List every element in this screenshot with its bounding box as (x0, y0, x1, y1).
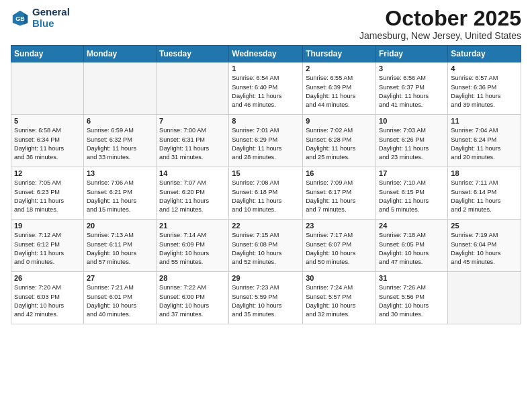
calendar-cell: 20Sunrise: 7:13 AMSunset: 6:11 PMDayligh… (83, 220, 156, 272)
calendar-week-1: 1Sunrise: 6:54 AMSunset: 6:40 PMDaylight… (11, 62, 521, 115)
day-number: 27 (87, 274, 153, 282)
day-number: 13 (87, 169, 153, 177)
day-number: 23 (306, 222, 373, 230)
day-info: Sunrise: 7:04 AMSunset: 6:24 PMDaylight:… (451, 126, 518, 162)
calendar-cell: 25Sunrise: 7:19 AMSunset: 6:04 PMDayligh… (448, 220, 521, 272)
calendar-cell: 14Sunrise: 7:07 AMSunset: 6:20 PMDayligh… (157, 167, 229, 220)
day-number: 20 (87, 222, 153, 230)
calendar-cell (157, 62, 229, 115)
day-info: Sunrise: 7:17 AMSunset: 6:07 PMDaylight:… (306, 231, 373, 267)
logo-text: General Blue (32, 7, 70, 29)
header: GB General Blue October 2025 Jamesburg, … (11, 7, 521, 41)
day-number: 9 (306, 117, 373, 125)
day-number: 15 (232, 169, 300, 177)
weekday-header-tuesday: Tuesday (157, 46, 229, 62)
calendar-cell: 4Sunrise: 6:57 AMSunset: 6:36 PMDaylight… (448, 62, 521, 115)
calendar-cell: 11Sunrise: 7:04 AMSunset: 6:24 PMDayligh… (448, 115, 521, 167)
day-number: 19 (14, 222, 81, 230)
calendar-cell: 10Sunrise: 7:03 AMSunset: 6:26 PMDayligh… (376, 115, 448, 167)
day-number: 21 (159, 222, 226, 230)
weekday-header-sunday: Sunday (11, 46, 84, 62)
day-number: 26 (14, 274, 81, 282)
calendar-cell: 12Sunrise: 7:05 AMSunset: 6:23 PMDayligh… (11, 167, 84, 220)
day-number: 10 (379, 117, 445, 125)
weekday-header-wednesday: Wednesday (229, 46, 303, 62)
calendar-cell: 30Sunrise: 7:24 AMSunset: 5:57 PMDayligh… (303, 272, 376, 324)
month-title: October 2025 (359, 7, 521, 30)
day-number: 29 (232, 274, 300, 282)
calendar-cell: 27Sunrise: 7:21 AMSunset: 6:01 PMDayligh… (83, 272, 156, 324)
day-number: 1 (232, 64, 300, 73)
calendar-cell (11, 62, 84, 115)
day-info: Sunrise: 7:12 AMSunset: 6:12 PMDaylight:… (14, 231, 81, 267)
day-info: Sunrise: 7:10 AMSunset: 6:15 PMDaylight:… (379, 179, 445, 214)
day-info: Sunrise: 6:59 AMSunset: 6:32 PMDaylight:… (87, 126, 153, 162)
calendar-cell: 16Sunrise: 7:09 AMSunset: 6:17 PMDayligh… (303, 167, 376, 220)
title-block: October 2025 Jamesburg, New Jersey, Unit… (359, 7, 521, 41)
day-number: 3 (379, 64, 445, 73)
calendar-week-3: 12Sunrise: 7:05 AMSunset: 6:23 PMDayligh… (11, 167, 521, 220)
day-number: 18 (451, 169, 518, 177)
svg-text:GB: GB (15, 15, 25, 22)
day-number: 2 (306, 64, 373, 73)
day-number: 24 (379, 222, 445, 230)
calendar-header-row: SundayMondayTuesdayWednesdayThursdayFrid… (11, 46, 521, 62)
day-number: 30 (306, 274, 373, 282)
day-info: Sunrise: 7:23 AMSunset: 5:59 PMDaylight:… (232, 283, 300, 319)
day-info: Sunrise: 7:15 AMSunset: 6:08 PMDaylight:… (232, 231, 300, 267)
calendar-cell: 1Sunrise: 6:54 AMSunset: 6:40 PMDaylight… (229, 62, 303, 115)
day-number: 11 (451, 117, 518, 125)
day-info: Sunrise: 7:24 AMSunset: 5:57 PMDaylight:… (306, 283, 373, 319)
calendar-cell: 5Sunrise: 6:58 AMSunset: 6:34 PMDaylight… (11, 115, 84, 167)
day-number: 17 (379, 169, 445, 177)
logo: GB General Blue (11, 7, 70, 29)
day-number: 31 (379, 274, 445, 282)
calendar-cell: 24Sunrise: 7:18 AMSunset: 6:05 PMDayligh… (376, 220, 448, 272)
day-info: Sunrise: 7:26 AMSunset: 5:56 PMDaylight:… (379, 283, 445, 319)
calendar-cell (83, 62, 156, 115)
day-info: Sunrise: 7:02 AMSunset: 6:28 PMDaylight:… (306, 126, 373, 162)
day-number: 4 (451, 64, 518, 73)
calendar-cell: 3Sunrise: 6:56 AMSunset: 6:37 PMDaylight… (376, 62, 448, 115)
calendar-cell: 18Sunrise: 7:11 AMSunset: 6:14 PMDayligh… (448, 167, 521, 220)
day-info: Sunrise: 7:21 AMSunset: 6:01 PMDaylight:… (87, 283, 153, 319)
day-info: Sunrise: 7:05 AMSunset: 6:23 PMDaylight:… (14, 179, 81, 214)
day-info: Sunrise: 7:07 AMSunset: 6:20 PMDaylight:… (159, 179, 226, 214)
day-info: Sunrise: 7:13 AMSunset: 6:11 PMDaylight:… (87, 231, 153, 267)
weekday-header-saturday: Saturday (448, 46, 521, 62)
day-number: 14 (159, 169, 226, 177)
page-container: GB General Blue October 2025 Jamesburg, … (0, 0, 532, 331)
day-info: Sunrise: 7:00 AMSunset: 6:31 PMDaylight:… (159, 126, 226, 162)
calendar-table: SundayMondayTuesdayWednesdayThursdayFrid… (11, 45, 521, 324)
calendar-cell: 21Sunrise: 7:14 AMSunset: 6:09 PMDayligh… (157, 220, 229, 272)
day-info: Sunrise: 7:20 AMSunset: 6:03 PMDaylight:… (14, 283, 81, 319)
day-info: Sunrise: 6:57 AMSunset: 6:36 PMDaylight:… (451, 74, 518, 109)
day-info: Sunrise: 7:22 AMSunset: 6:00 PMDaylight:… (159, 283, 226, 319)
day-number: 28 (159, 274, 226, 282)
day-number: 7 (159, 117, 226, 125)
day-info: Sunrise: 7:11 AMSunset: 6:14 PMDaylight:… (451, 179, 518, 214)
day-number: 16 (306, 169, 373, 177)
day-info: Sunrise: 7:09 AMSunset: 6:17 PMDaylight:… (306, 179, 373, 214)
day-info: Sunrise: 6:58 AMSunset: 6:34 PMDaylight:… (14, 126, 81, 162)
calendar-cell: 13Sunrise: 7:06 AMSunset: 6:21 PMDayligh… (83, 167, 156, 220)
day-number: 8 (232, 117, 300, 125)
day-info: Sunrise: 6:55 AMSunset: 6:39 PMDaylight:… (306, 74, 373, 109)
calendar-cell: 2Sunrise: 6:55 AMSunset: 6:39 PMDaylight… (303, 62, 376, 115)
calendar-cell: 6Sunrise: 6:59 AMSunset: 6:32 PMDaylight… (83, 115, 156, 167)
day-number: 25 (451, 222, 518, 230)
calendar-week-5: 26Sunrise: 7:20 AMSunset: 6:03 PMDayligh… (11, 272, 521, 324)
calendar-cell: 23Sunrise: 7:17 AMSunset: 6:07 PMDayligh… (303, 220, 376, 272)
weekday-header-thursday: Thursday (303, 46, 376, 62)
day-info: Sunrise: 7:19 AMSunset: 6:04 PMDaylight:… (451, 231, 518, 267)
calendar-week-2: 5Sunrise: 6:58 AMSunset: 6:34 PMDaylight… (11, 115, 521, 167)
calendar-cell: 7Sunrise: 7:00 AMSunset: 6:31 PMDaylight… (157, 115, 229, 167)
calendar-cell: 28Sunrise: 7:22 AMSunset: 6:00 PMDayligh… (157, 272, 229, 324)
day-info: Sunrise: 7:06 AMSunset: 6:21 PMDaylight:… (87, 179, 153, 214)
calendar-cell: 19Sunrise: 7:12 AMSunset: 6:12 PMDayligh… (11, 220, 84, 272)
calendar-cell (448, 272, 521, 324)
day-number: 5 (14, 117, 81, 125)
calendar-cell: 22Sunrise: 7:15 AMSunset: 6:08 PMDayligh… (229, 220, 303, 272)
calendar-cell: 26Sunrise: 7:20 AMSunset: 6:03 PMDayligh… (11, 272, 84, 324)
calendar-cell: 17Sunrise: 7:10 AMSunset: 6:15 PMDayligh… (376, 167, 448, 220)
